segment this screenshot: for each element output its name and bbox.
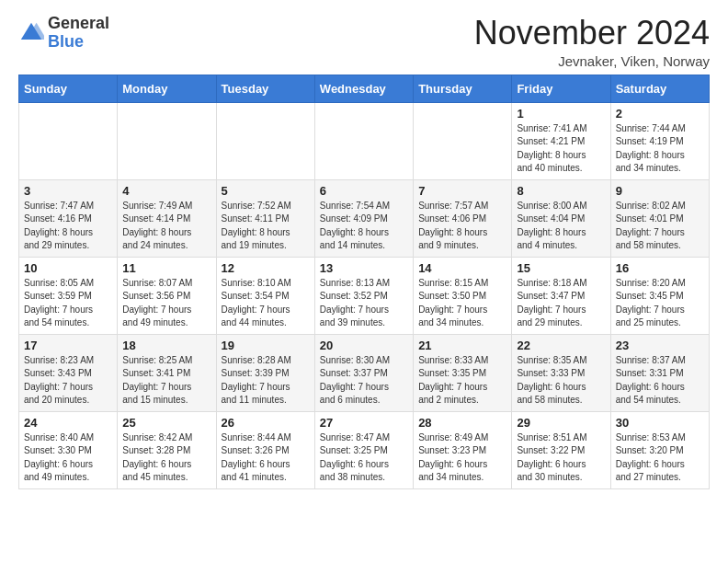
day-number: 19 (222, 339, 310, 352)
cell-w3-d2: 19Sunrise: 8:28 AM Sunset: 3:39 PM Dayli… (216, 334, 314, 411)
cell-w2-d2: 12Sunrise: 8:10 AM Sunset: 3:54 PM Dayli… (216, 257, 314, 334)
week-row-4: 24Sunrise: 8:40 AM Sunset: 3:30 PM Dayli… (19, 411, 710, 488)
day-info: Sunrise: 8:23 AM Sunset: 3:43 PM Dayligh… (24, 354, 112, 408)
day-info: Sunrise: 8:53 AM Sunset: 3:20 PM Dayligh… (616, 431, 704, 485)
day-info: Sunrise: 8:10 AM Sunset: 3:54 PM Dayligh… (222, 277, 310, 330)
day-number: 4 (122, 184, 210, 198)
cell-w2-d4: 14Sunrise: 8:15 AM Sunset: 3:50 PM Dayli… (414, 257, 512, 334)
day-number: 14 (418, 261, 506, 275)
day-info: Sunrise: 8:07 AM Sunset: 3:56 PM Dayligh… (122, 277, 210, 330)
header-row: Sunday Monday Tuesday Wednesday Thursday… (19, 75, 710, 102)
day-number: 10 (24, 261, 112, 275)
day-number: 11 (122, 261, 210, 275)
month-title: November 2024 (474, 15, 710, 52)
cell-w3-d4: 21Sunrise: 8:33 AM Sunset: 3:35 PM Dayli… (414, 334, 512, 411)
week-row-3: 17Sunrise: 8:23 AM Sunset: 3:43 PM Dayli… (19, 334, 710, 411)
day-info: Sunrise: 8:47 AM Sunset: 3:25 PM Dayligh… (320, 431, 408, 485)
day-info: Sunrise: 8:37 AM Sunset: 3:31 PM Dayligh… (616, 354, 704, 408)
header: General Blue November 2024 Jevnaker, Vik… (18, 15, 710, 69)
cell-w1-d3: 6Sunrise: 7:54 AM Sunset: 4:09 PM Daylig… (314, 179, 413, 257)
day-info: Sunrise: 8:33 AM Sunset: 3:35 PM Dayligh… (418, 354, 506, 408)
col-wednesday: Wednesday (314, 75, 413, 102)
cell-w0-d0 (19, 102, 118, 179)
logo-general: General (48, 15, 109, 33)
day-number: 13 (320, 261, 408, 275)
day-info: Sunrise: 8:20 AM Sunset: 3:45 PM Dayligh… (616, 277, 704, 330)
day-number: 16 (616, 261, 704, 275)
cell-w2-d5: 15Sunrise: 8:18 AM Sunset: 3:47 PM Dayli… (512, 257, 610, 334)
day-number: 24 (24, 416, 112, 430)
col-tuesday: Tuesday (216, 75, 314, 102)
cell-w4-d4: 28Sunrise: 8:49 AM Sunset: 3:23 PM Dayli… (414, 411, 512, 488)
day-info: Sunrise: 8:51 AM Sunset: 3:22 PM Dayligh… (517, 431, 605, 485)
calendar-table: Sunday Monday Tuesday Wednesday Thursday… (18, 75, 710, 489)
day-number: 1 (517, 107, 605, 121)
day-info: Sunrise: 7:41 AM Sunset: 4:21 PM Dayligh… (517, 122, 605, 176)
day-number: 5 (222, 184, 310, 198)
col-monday: Monday (118, 75, 216, 102)
cell-w3-d5: 22Sunrise: 8:35 AM Sunset: 3:33 PM Dayli… (512, 334, 610, 411)
day-info: Sunrise: 8:15 AM Sunset: 3:50 PM Dayligh… (418, 277, 506, 330)
day-info: Sunrise: 8:40 AM Sunset: 3:30 PM Dayligh… (24, 431, 112, 485)
cell-w4-d1: 25Sunrise: 8:42 AM Sunset: 3:28 PM Dayli… (118, 411, 216, 488)
day-number: 20 (320, 339, 408, 352)
day-number: 23 (616, 339, 704, 352)
cell-w4-d3: 27Sunrise: 8:47 AM Sunset: 3:25 PM Dayli… (314, 411, 413, 488)
day-info: Sunrise: 8:25 AM Sunset: 3:41 PM Dayligh… (122, 354, 210, 408)
day-number: 18 (122, 339, 210, 352)
cell-w0-d2 (216, 102, 314, 179)
day-info: Sunrise: 8:00 AM Sunset: 4:04 PM Dayligh… (517, 200, 605, 253)
cell-w0-d6: 2Sunrise: 7:44 AM Sunset: 4:19 PM Daylig… (610, 102, 709, 179)
cell-w1-d4: 7Sunrise: 7:57 AM Sunset: 4:06 PM Daylig… (414, 179, 512, 257)
day-info: Sunrise: 7:57 AM Sunset: 4:06 PM Dayligh… (418, 200, 506, 253)
cell-w3-d0: 17Sunrise: 8:23 AM Sunset: 3:43 PM Dayli… (19, 334, 118, 411)
day-info: Sunrise: 8:49 AM Sunset: 3:23 PM Dayligh… (418, 431, 506, 485)
day-info: Sunrise: 7:44 AM Sunset: 4:19 PM Dayligh… (616, 122, 704, 176)
day-info: Sunrise: 8:35 AM Sunset: 3:33 PM Dayligh… (517, 354, 605, 408)
cell-w4-d0: 24Sunrise: 8:40 AM Sunset: 3:30 PM Dayli… (19, 411, 118, 488)
day-number: 2 (616, 107, 704, 121)
day-number: 25 (122, 416, 210, 430)
page: General Blue November 2024 Jevnaker, Vik… (0, 0, 728, 499)
week-row-0: 1Sunrise: 7:41 AM Sunset: 4:21 PM Daylig… (19, 102, 710, 179)
location: Jevnaker, Viken, Norway (474, 53, 710, 69)
cell-w2-d6: 16Sunrise: 8:20 AM Sunset: 3:45 PM Dayli… (610, 257, 709, 334)
cell-w1-d5: 8Sunrise: 8:00 AM Sunset: 4:04 PM Daylig… (512, 179, 610, 257)
day-info: Sunrise: 8:18 AM Sunset: 3:47 PM Dayligh… (517, 277, 605, 330)
cell-w1-d2: 5Sunrise: 7:52 AM Sunset: 4:11 PM Daylig… (216, 179, 314, 257)
day-number: 3 (24, 184, 112, 198)
day-info: Sunrise: 7:49 AM Sunset: 4:14 PM Dayligh… (122, 200, 210, 253)
logo-blue: Blue (48, 33, 109, 52)
week-row-2: 10Sunrise: 8:05 AM Sunset: 3:59 PM Dayli… (19, 257, 710, 334)
day-number: 9 (616, 184, 704, 198)
day-number: 6 (320, 184, 408, 198)
day-info: Sunrise: 8:42 AM Sunset: 3:28 PM Dayligh… (122, 431, 210, 485)
cell-w2-d3: 13Sunrise: 8:13 AM Sunset: 3:52 PM Dayli… (314, 257, 413, 334)
col-sunday: Sunday (19, 75, 118, 102)
cell-w3-d6: 23Sunrise: 8:37 AM Sunset: 3:31 PM Dayli… (610, 334, 709, 411)
day-number: 8 (517, 184, 605, 198)
cell-w3-d3: 20Sunrise: 8:30 AM Sunset: 3:37 PM Dayli… (314, 334, 413, 411)
week-row-1: 3Sunrise: 7:47 AM Sunset: 4:16 PM Daylig… (19, 179, 710, 257)
day-info: Sunrise: 8:02 AM Sunset: 4:01 PM Dayligh… (616, 200, 704, 253)
day-number: 29 (517, 416, 605, 430)
cell-w1-d0: 3Sunrise: 7:47 AM Sunset: 4:16 PM Daylig… (19, 179, 118, 257)
day-number: 12 (222, 261, 310, 275)
day-number: 28 (418, 416, 506, 430)
day-info: Sunrise: 8:13 AM Sunset: 3:52 PM Dayligh… (320, 277, 408, 330)
cell-w4-d2: 26Sunrise: 8:44 AM Sunset: 3:26 PM Dayli… (216, 411, 314, 488)
day-number: 7 (418, 184, 506, 198)
cell-w4-d6: 30Sunrise: 8:53 AM Sunset: 3:20 PM Dayli… (610, 411, 709, 488)
cell-w4-d5: 29Sunrise: 8:51 AM Sunset: 3:22 PM Dayli… (512, 411, 610, 488)
day-info: Sunrise: 8:05 AM Sunset: 3:59 PM Dayligh… (24, 277, 112, 330)
day-number: 22 (517, 339, 605, 352)
cell-w3-d1: 18Sunrise: 8:25 AM Sunset: 3:41 PM Dayli… (118, 334, 216, 411)
cell-w0-d4 (414, 102, 512, 179)
day-number: 30 (616, 416, 704, 430)
cell-w1-d1: 4Sunrise: 7:49 AM Sunset: 4:14 PM Daylig… (118, 179, 216, 257)
day-info: Sunrise: 7:52 AM Sunset: 4:11 PM Dayligh… (222, 200, 310, 253)
day-info: Sunrise: 8:30 AM Sunset: 3:37 PM Dayligh… (320, 354, 408, 408)
cell-w1-d6: 9Sunrise: 8:02 AM Sunset: 4:01 PM Daylig… (610, 179, 709, 257)
cell-w0-d3 (314, 102, 413, 179)
day-number: 26 (222, 416, 310, 430)
